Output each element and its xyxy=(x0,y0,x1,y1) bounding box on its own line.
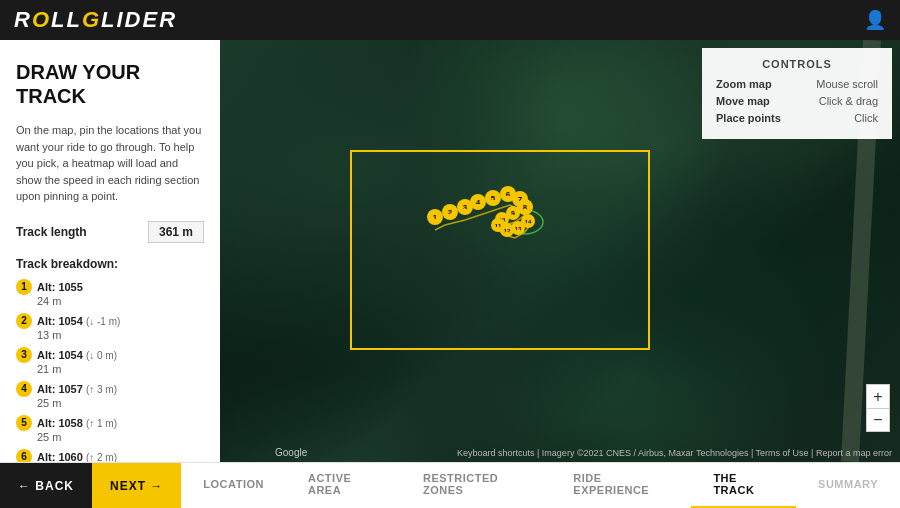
point-badge: 6 xyxy=(16,449,32,463)
controls-key: Place points xyxy=(716,112,781,124)
nav-step-ride-experience[interactable]: RIDE EXPERIENCE xyxy=(551,463,691,509)
back-button[interactable]: ← BACK xyxy=(0,463,92,508)
controls-value: Mouse scroll xyxy=(816,78,878,90)
next-button[interactable]: NEXT → xyxy=(92,463,181,508)
header: ROLLGLIDER 👤 xyxy=(0,0,900,40)
point-badge: 2 xyxy=(16,313,32,329)
logo: ROLLGLIDER xyxy=(14,7,177,33)
sidebar-description: On the map, pin the locations that you w… xyxy=(16,122,204,205)
point-label: Alt: 1058 (↑ 1 m) xyxy=(37,417,117,429)
point-badge: 3 xyxy=(16,347,32,363)
point-label: Alt: 1057 (↑ 3 m) xyxy=(37,383,117,395)
nav-step-active-area[interactable]: ACTIVE AREA xyxy=(286,463,401,509)
controls-row: Place points Click xyxy=(716,112,878,124)
nav-step-restricted-zones[interactable]: RESTRICTED ZONES xyxy=(401,463,551,509)
breakdown-title: Track breakdown: xyxy=(16,257,204,271)
breakdown-item: 4 Alt: 1057 (↑ 3 m) 25 m xyxy=(16,381,204,409)
bottom-nav: ← BACK NEXT → LOCATIONACTIVE AREARESTRIC… xyxy=(0,462,900,508)
breakdown-item: 5 Alt: 1058 (↑ 1 m) 25 m xyxy=(16,415,204,443)
breakdown-item: 6 Alt: 1060 (↑ 2 m) 25 m xyxy=(16,449,204,463)
breakdown-item: 3 Alt: 1054 (↓ 0 m) 21 m xyxy=(16,347,204,375)
point-badge: 5 xyxy=(16,415,32,431)
controls-row: Move map Click & drag xyxy=(716,95,878,107)
point-dist: 13 m xyxy=(37,329,204,341)
track-overlay: 1 2 3 4 5 xyxy=(350,150,650,350)
breakdown-item: 1 Alt: 1055 24 m xyxy=(16,279,204,307)
sidebar-title: DRAW YOUR TRACK xyxy=(16,60,204,108)
map-attribution: Keyboard shortcuts | Imagery ©2021 CNES … xyxy=(457,448,892,458)
point-label: Alt: 1054 (↓ -1 m) xyxy=(37,315,120,327)
zoom-out-button[interactable]: − xyxy=(866,408,890,432)
zoom-in-button[interactable]: + xyxy=(866,384,890,408)
track-length-row: Track length 361 m xyxy=(16,221,204,243)
controls-title: CONTROLS xyxy=(716,58,878,70)
controls-value: Click & drag xyxy=(819,95,878,107)
point-dist: 25 m xyxy=(37,431,204,443)
point-dist: 24 m xyxy=(37,295,204,307)
controls-panel: CONTROLS Zoom map Mouse scroll Move map … xyxy=(702,48,892,139)
nav-step-summary[interactable]: SUMMARY xyxy=(796,463,900,509)
point-dist: 25 m xyxy=(37,397,204,409)
controls-key: Zoom map xyxy=(716,78,772,90)
nav-steps: LOCATIONACTIVE AREARESTRICTED ZONESRIDE … xyxy=(181,463,900,509)
point-label: Alt: 1060 (↑ 2 m) xyxy=(37,451,117,463)
google-attribution: Google xyxy=(275,447,307,458)
nav-step-the-track[interactable]: THE TRACK xyxy=(691,463,796,509)
user-icon[interactable]: 👤 xyxy=(864,9,886,31)
point-label: Alt: 1054 (↓ 0 m) xyxy=(37,349,117,361)
point-badge: 1 xyxy=(16,279,32,295)
breakdown-item: 2 Alt: 1054 (↓ -1 m) 13 m xyxy=(16,313,204,341)
point-dist: 21 m xyxy=(37,363,204,375)
nav-step-location[interactable]: LOCATION xyxy=(181,463,286,509)
controls-key: Move map xyxy=(716,95,770,107)
controls-rows: Zoom map Mouse scroll Move map Click & d… xyxy=(716,78,878,124)
controls-value: Click xyxy=(854,112,878,124)
track-length-label: Track length xyxy=(16,225,87,239)
zoom-controls: + − xyxy=(866,384,890,432)
breakdown-list: 1 Alt: 1055 24 m 2 Alt: 1054 (↓ -1 m) 13… xyxy=(16,279,204,463)
sidebar: DRAW YOUR TRACK On the map, pin the loca… xyxy=(0,40,220,462)
point-label: Alt: 1055 xyxy=(37,281,83,293)
map-area[interactable]: CONTROLS Zoom map Mouse scroll Move map … xyxy=(220,40,900,462)
track-length-value: 361 m xyxy=(148,221,204,243)
map-background: CONTROLS Zoom map Mouse scroll Move map … xyxy=(220,40,900,462)
controls-row: Zoom map Mouse scroll xyxy=(716,78,878,90)
point-badge: 4 xyxy=(16,381,32,397)
